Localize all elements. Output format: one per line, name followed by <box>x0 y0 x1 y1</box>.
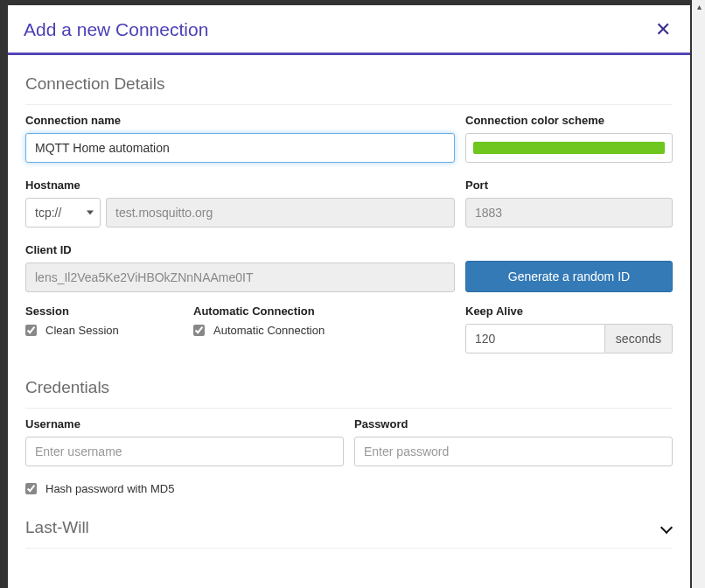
chevron-down-icon <box>660 522 673 534</box>
port-input[interactable]: 1883 <box>465 198 673 228</box>
port-label: Port <box>465 178 673 192</box>
color-scheme-picker[interactable] <box>465 133 673 163</box>
modal-body: Connection Details Connection name Conne… <box>8 55 690 566</box>
modal-title: Add a new Connection <box>24 19 208 40</box>
keep-alive-label: Keep Alive <box>465 304 673 318</box>
scheme-select[interactable]: tcp:// <box>25 198 101 228</box>
clean-session-checkbox[interactable] <box>25 325 37 336</box>
hash-md5-label: Hash password with MD5 <box>45 482 174 495</box>
close-icon[interactable]: ✕ <box>652 20 674 39</box>
client-id-input[interactable]: lens_Il2Vea5Ke2ViHBOkZNnNAAme0IT <box>25 262 455 292</box>
scrollbar-up-icon[interactable]: ▴ <box>692 0 705 14</box>
hostname-label: Hostname <box>25 178 455 192</box>
keep-alive-unit: seconds <box>605 324 673 354</box>
auto-connection-checkbox-label: Automatic Connection <box>213 324 325 337</box>
password-input[interactable] <box>354 437 673 466</box>
scrollbar[interactable]: ▴ <box>692 0 705 588</box>
add-connection-modal: Add a new Connection ✕ Connection Detail… <box>8 5 690 588</box>
client-id-label: Client ID <box>25 243 455 256</box>
modal-header: Add a new Connection ✕ <box>8 5 690 52</box>
password-label: Password <box>354 417 673 430</box>
color-scheme-label: Connection color scheme <box>465 114 673 127</box>
section-connection-details: Connection Details <box>25 71 673 105</box>
username-label: Username <box>25 417 344 430</box>
generate-random-id-button[interactable]: Generate a random ID <box>465 261 673 292</box>
connection-name-label: Connection name <box>25 114 455 127</box>
clean-session-label: Clean Session <box>45 324 119 337</box>
hostname-input[interactable]: test.mosquitto.org <box>106 198 455 228</box>
auto-connection-checkbox[interactable] <box>193 325 205 336</box>
color-swatch <box>473 142 665 154</box>
session-label: Session <box>25 304 183 318</box>
hash-md5-checkbox[interactable] <box>25 483 37 494</box>
section-credentials: Credentials <box>25 374 673 409</box>
connection-name-input[interactable] <box>25 133 455 163</box>
username-input[interactable] <box>25 437 344 466</box>
section-last-will[interactable]: Last-Will <box>25 514 673 549</box>
last-will-label: Last-Will <box>25 518 89 537</box>
keep-alive-input[interactable] <box>465 324 605 354</box>
auto-connection-label: Automatic Connection <box>193 304 455 318</box>
